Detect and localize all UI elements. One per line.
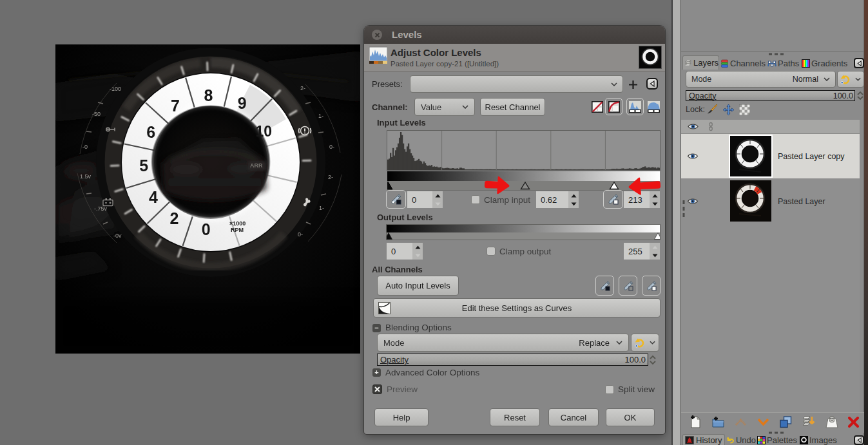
dialog-opacity-spin-buttons[interactable] — [649, 355, 658, 365]
advanced-color-options-expander[interactable]: + — [372, 368, 381, 377]
close-button[interactable] — [372, 30, 382, 40]
spin-down-icon[interactable] — [415, 254, 421, 258]
spin-down-icon[interactable] — [435, 202, 441, 206]
layer-name[interactable]: Pasted Layer copy — [778, 152, 845, 161]
tab-channels[interactable]: Channels — [720, 57, 767, 70]
lock-alpha-button[interactable] — [739, 104, 750, 115]
add-mask-button[interactable] — [825, 416, 838, 428]
mode-group-button[interactable] — [631, 334, 659, 352]
layer-row-pasted-layer[interactable]: Pasted Layer — [681, 178, 860, 223]
tab-undo[interactable]: Undo — [726, 435, 756, 445]
curves-icon — [378, 302, 391, 314]
menu-left-icon — [649, 80, 655, 87]
dock-separator[interactable] — [673, 0, 680, 445]
output-low-spin-buttons[interactable] — [412, 243, 423, 260]
input-histogram[interactable] — [387, 130, 661, 171]
spin-up-icon[interactable] — [652, 245, 658, 249]
black-point-slider[interactable] — [387, 182, 392, 189]
preview-checkbox[interactable] — [372, 384, 382, 394]
delete-layer-button[interactable] — [848, 417, 859, 428]
perceptual-toggle[interactable] — [605, 98, 622, 115]
pick-all-white-button[interactable] — [642, 276, 661, 296]
layer-mode-dropdown[interactable]: Mode Normal — [686, 71, 836, 88]
input-low-spin-buttons[interactable] — [432, 191, 443, 208]
spin-up-icon[interactable] — [858, 92, 863, 95]
gauge-side-label: 1.5v — [80, 173, 92, 180]
visibility-eye-icon[interactable] — [687, 196, 699, 206]
spin-down-icon[interactable] — [571, 202, 577, 206]
merge-layer-button[interactable] — [802, 416, 815, 428]
dock-drag-handle[interactable] — [769, 53, 784, 55]
eye-icon[interactable] — [688, 122, 699, 131]
tab-history[interactable]: History — [682, 434, 725, 445]
new-layer-group-button[interactable] — [712, 417, 724, 428]
spin-down-icon[interactable] — [652, 254, 658, 258]
spin-down-icon[interactable] — [858, 97, 863, 99]
layer-thumbnail[interactable] — [730, 180, 771, 222]
output-white-slider[interactable] — [655, 233, 661, 240]
dockable-menu-button[interactable] — [854, 58, 864, 68]
output-high-spinbox[interactable]: 255 — [624, 243, 660, 260]
lock-pixels-button[interactable] — [706, 104, 718, 115]
histogram-linear-toggle[interactable] — [626, 98, 644, 115]
preset-menu-button[interactable] — [646, 78, 658, 90]
layer-name[interactable]: Pasted Layer — [778, 197, 825, 206]
output-high-value[interactable]: 255 — [624, 243, 650, 260]
pick-black-point-button[interactable] — [386, 190, 406, 209]
output-levels-widget[interactable] — [386, 224, 661, 240]
spin-down-icon[interactable] — [650, 361, 655, 364]
lower-layer-button[interactable] — [757, 419, 769, 426]
layer-opacity-slider[interactable]: Opacity 100.0 — [686, 90, 855, 101]
blend-mode-dropdown[interactable]: Mode Replace — [377, 334, 629, 352]
auto-input-levels-button[interactable]: Auto Input Levels — [377, 276, 459, 296]
output-low-value[interactable]: 0 — [387, 243, 412, 260]
tab-layers[interactable]: Layers — [682, 55, 719, 70]
tab-images[interactable]: Images — [800, 435, 841, 445]
histogram-log-toggle[interactable] — [648, 101, 660, 113]
visibility-eye-icon[interactable] — [687, 151, 699, 161]
add-preset-button[interactable] — [626, 77, 639, 91]
tab-paths[interactable]: Paths — [767, 57, 801, 70]
chain-icon[interactable] — [707, 122, 715, 131]
dock-drag-handle[interactable] — [769, 431, 784, 434]
clamp-output-checkbox[interactable] — [487, 247, 496, 256]
layer-thumbnail[interactable] — [729, 135, 773, 178]
duplicate-layer-button[interactable] — [780, 416, 792, 428]
tab-history-label: History — [696, 435, 722, 445]
input-low-value[interactable]: 0 — [407, 191, 432, 208]
pick-all-gray-button[interactable] — [619, 276, 637, 296]
panel-grip[interactable] — [682, 200, 686, 217]
new-layer-button[interactable] — [690, 415, 701, 428]
channel-dropdown[interactable]: Value — [414, 98, 475, 116]
tab-palettes[interactable]: Palettes — [757, 435, 798, 445]
pick-all-black-button[interactable] — [595, 276, 614, 296]
layer-mode-group-button[interactable] — [837, 71, 864, 88]
linear-toggle[interactable] — [592, 101, 603, 113]
split-view-checkbox[interactable] — [605, 385, 614, 394]
output-low-spinbox[interactable]: 0 — [387, 243, 423, 260]
spin-up-icon[interactable] — [650, 356, 655, 359]
input-low-spinbox[interactable]: 0 — [407, 191, 443, 208]
bottom-dockable-menu-button[interactable] — [854, 435, 864, 445]
layer-row-pasted-layer-copy[interactable]: Pasted Layer copy — [681, 134, 860, 178]
spin-up-icon[interactable] — [415, 245, 421, 249]
edit-as-curves-button[interactable]: Edit these Settings as Curves — [373, 298, 661, 317]
output-high-spin-buttons[interactable] — [650, 243, 660, 260]
dialog-titlebar[interactable]: Levels — [364, 26, 665, 44]
output-black-slider[interactable] — [387, 233, 392, 240]
blending-options-expander[interactable]: − — [372, 324, 381, 332]
ok-button[interactable]: OK — [606, 408, 655, 426]
dialog-opacity-slider[interactable]: Opacity 100.0 — [377, 354, 648, 366]
tab-gradients[interactable]: Gradients — [802, 57, 853, 70]
lock-position-button[interactable] — [722, 104, 735, 116]
reset-channel-button[interactable]: Reset Channel — [480, 98, 545, 116]
spin-down-icon[interactable] — [652, 202, 658, 206]
raise-layer-button[interactable] — [735, 418, 747, 426]
reset-button[interactable]: Reset — [490, 408, 540, 426]
help-button[interactable]: Help — [374, 408, 429, 426]
perceptual-icon — [608, 101, 620, 113]
spin-up-icon[interactable] — [435, 194, 441, 198]
cancel-button[interactable]: Cancel — [548, 408, 599, 426]
layer-opacity-spin-buttons[interactable] — [856, 91, 864, 100]
presets-dropdown[interactable] — [410, 75, 623, 93]
